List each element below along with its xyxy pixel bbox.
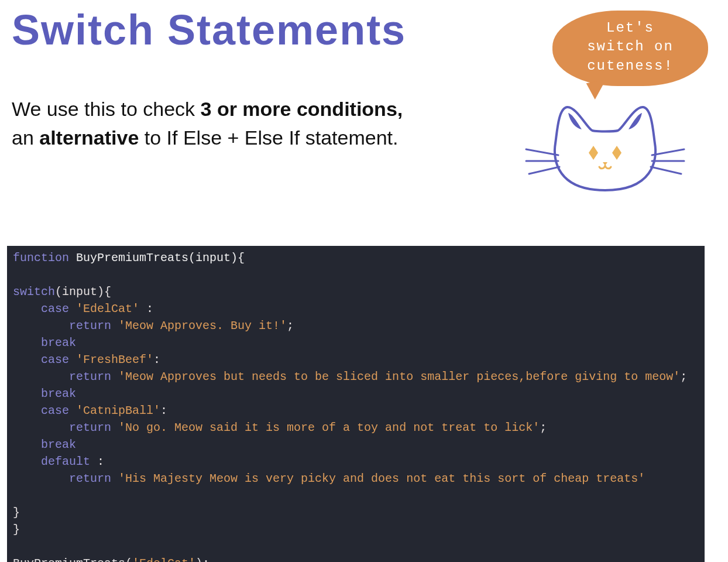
case1-value: 'EdelCat'	[76, 302, 139, 316]
case2-return: 'Meow Approves but needs to be sliced in…	[118, 370, 680, 383]
kw-return-4: return	[69, 472, 111, 485]
kw-case-1: case	[41, 302, 69, 316]
case1-return: 'Meow Approves. Buy it!'	[118, 319, 287, 333]
call-pre: BuyPremiumTreats(	[13, 557, 132, 562]
subtitle-bold-conditions: 3 or more conditions,	[201, 98, 403, 120]
semi-3: ;	[540, 421, 547, 434]
kw-break-1: break	[41, 336, 76, 349]
colon-4: :	[90, 455, 104, 468]
subtitle: We use this to check 3 or more condition…	[12, 95, 456, 153]
case3-value: 'CatnipBall'	[76, 404, 160, 417]
call-arg: 'EdelCat'	[132, 557, 195, 562]
kw-return-1: return	[69, 319, 111, 333]
colon-2: :	[153, 353, 160, 366]
call-post: );	[195, 557, 210, 562]
kw-break-2: break	[41, 387, 76, 400]
kw-break-3: break	[41, 438, 76, 451]
case2-value: 'FreshBeef'	[76, 353, 153, 366]
colon-1: :	[139, 302, 153, 316]
colon-3: :	[160, 404, 167, 417]
subtitle-bold-alternative: alternative	[39, 126, 139, 149]
subtitle-mid: an	[12, 126, 39, 149]
kw-switch: switch	[13, 285, 55, 299]
subtitle-post: to If Else + Else If statement.	[139, 126, 398, 149]
fn-signature: BuyPremiumTreats(input){	[69, 251, 245, 265]
case3-return: 'No go. Meow said it is more of a toy an…	[118, 421, 540, 434]
kw-case-2: case	[41, 353, 69, 366]
semi-1: ;	[287, 319, 294, 333]
brace-close-2: }	[13, 523, 20, 536]
subtitle-pre: We use this to check	[12, 98, 201, 120]
kw-return-3: return	[69, 421, 111, 434]
semi-2: ;	[680, 370, 687, 383]
code-block: function BuyPremiumTreats(input){ switch…	[7, 246, 705, 562]
kw-case-3: case	[41, 404, 69, 417]
kw-default: default	[41, 455, 90, 468]
cat-with-bubble: Let's switch on cuteness!	[523, 11, 705, 198]
default-return: 'His Majesty Meow is very picky and does…	[118, 472, 645, 485]
switch-arg: (input){	[55, 285, 111, 299]
kw-function: function	[13, 251, 69, 265]
slide: Switch Statements We use this to check 3…	[0, 6, 728, 562]
cat-icon	[523, 97, 705, 198]
speech-bubble: Let's switch on cuteness!	[552, 11, 708, 86]
kw-return-2: return	[69, 370, 111, 383]
brace-close-1: }	[13, 506, 20, 519]
